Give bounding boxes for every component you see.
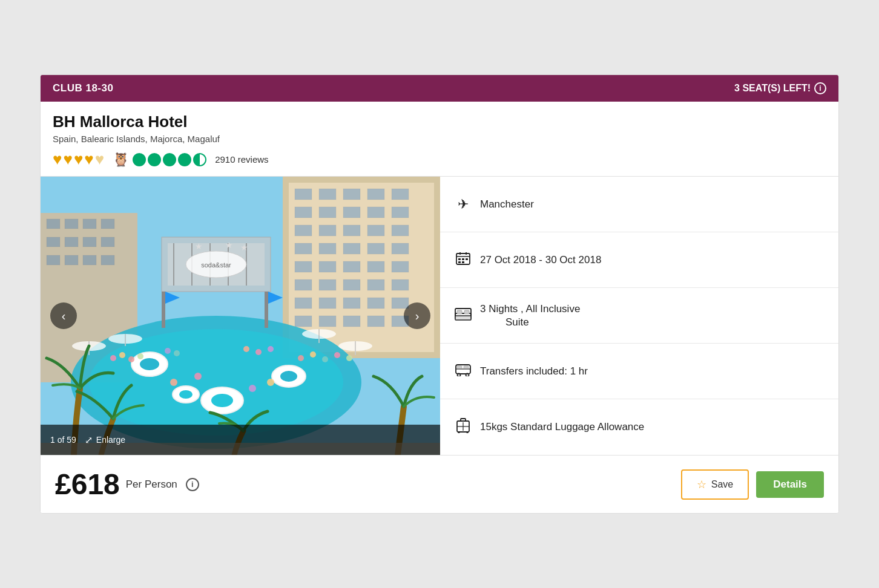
svg-rect-6: [367, 189, 384, 200]
svg-point-87: [119, 352, 125, 358]
svg-rect-15: [343, 225, 360, 236]
price-info-icon[interactable]: i: [186, 478, 199, 491]
hotel-name: BH Mallorca Hotel: [53, 113, 826, 131]
svg-rect-9: [319, 207, 336, 218]
svg-rect-14: [319, 225, 336, 236]
svg-rect-25: [343, 261, 360, 272]
svg-rect-121: [464, 310, 469, 314]
svg-rect-53: [65, 255, 78, 265]
svg-point-93: [255, 349, 262, 355]
svg-rect-39: [319, 316, 336, 327]
plane-icon: ✈: [455, 197, 472, 212]
svg-rect-117: [462, 261, 464, 263]
svg-rect-13: [295, 225, 312, 236]
seats-info-icon[interactable]: i: [814, 82, 826, 94]
enlarge-label: Enlarge: [96, 435, 125, 445]
svg-point-69: [89, 329, 343, 436]
save-label: Save: [711, 479, 733, 490]
ta-circle-1: [133, 153, 146, 166]
svg-rect-3: [295, 189, 312, 200]
svg-rect-125: [464, 366, 469, 368]
tripadvisor-section: 🦉: [113, 152, 206, 168]
svg-point-96: [310, 351, 316, 358]
image-overlay: 1 of 59 ⤢ Enlarge: [41, 425, 440, 455]
svg-point-88: [128, 356, 134, 362]
svg-rect-46: [83, 219, 96, 229]
svg-rect-38: [295, 316, 312, 327]
ta-circle-3: [163, 153, 176, 166]
transfers-text: Transfers included: 1 hr: [480, 364, 588, 379]
image-counter: 1 of 59: [50, 435, 76, 445]
heart-3: ♥: [74, 150, 83, 169]
hotel-location: Spain, Balearic Islands, Majorca, Magalu…: [53, 134, 826, 144]
svg-rect-54: [83, 255, 96, 265]
svg-text:soda&star: soda&star: [201, 261, 231, 269]
svg-rect-48: [47, 237, 60, 247]
svg-point-91: [174, 350, 180, 356]
details-section: ✈ Manchester: [440, 177, 838, 455]
bed-icon: [455, 307, 472, 324]
svg-point-75: [280, 371, 297, 382]
svg-rect-10: [343, 207, 360, 218]
svg-rect-21: [367, 243, 384, 254]
svg-rect-104: [162, 292, 165, 328]
luggage-icon: [455, 417, 472, 437]
svg-rect-47: [101, 219, 114, 229]
seats-info: 3 SEAT(S) LEFT! i: [734, 82, 826, 94]
star-icon: ☆: [697, 478, 706, 491]
svg-rect-8: [295, 207, 312, 218]
svg-point-92: [243, 346, 249, 352]
heart-2: ♥: [63, 150, 72, 169]
svg-point-77: [179, 390, 193, 399]
svg-point-103: [267, 379, 274, 386]
enlarge-icon: ⤢: [85, 434, 93, 446]
luggage-row: 15kgs Standard Luggage Allowance: [440, 399, 838, 455]
details-button[interactable]: Details: [756, 471, 824, 498]
svg-point-71: [140, 358, 159, 370]
svg-rect-30: [343, 279, 360, 290]
svg-rect-115: [466, 258, 468, 260]
nights-line1: 3 Nights , All Inclusive: [480, 303, 580, 315]
dates-text: 27 Oct 2018 - 30 Oct 2018: [480, 253, 601, 267]
tripadvisor-logo: 🦉: [113, 152, 129, 168]
dates-row: 27 Oct 2018 - 30 Oct 2018: [440, 232, 838, 288]
main-content: soda&star ★ ★ ★: [41, 177, 838, 456]
svg-rect-17: [392, 225, 409, 236]
details-label: Details: [773, 479, 807, 490]
save-button[interactable]: ☆ Save: [681, 469, 749, 500]
svg-rect-49: [65, 237, 78, 247]
calendar-icon: [455, 252, 472, 268]
svg-point-89: [137, 353, 143, 359]
image-prev-button[interactable]: ‹: [50, 302, 77, 329]
departure-row: ✈ Manchester: [440, 177, 838, 232]
footer-buttons: ☆ Save Details: [681, 469, 824, 500]
svg-rect-28: [295, 279, 312, 290]
bus-icon: [455, 363, 472, 380]
enlarge-button[interactable]: ⤢ Enlarge: [85, 434, 125, 446]
svg-point-86: [110, 355, 116, 361]
svg-rect-20: [343, 243, 360, 254]
hotel-image: soda&star ★ ★ ★: [41, 177, 440, 455]
nights-row: 3 Nights , All Inclusive Suite: [440, 288, 838, 344]
card-header: CLUB 18-30 3 SEAT(S) LEFT! i: [41, 75, 838, 102]
svg-point-98: [334, 352, 340, 358]
per-person-label: Per Person: [126, 479, 177, 491]
image-next-button[interactable]: ›: [404, 302, 430, 329]
svg-point-100: [170, 379, 177, 386]
svg-point-99: [346, 355, 352, 361]
svg-rect-40: [343, 316, 360, 327]
svg-rect-41: [367, 316, 384, 327]
svg-rect-24: [319, 261, 336, 272]
svg-rect-51: [101, 237, 114, 247]
brand-label: CLUB 18-30: [53, 82, 113, 94]
svg-rect-7: [392, 189, 409, 200]
heart-rating: ♥ ♥ ♥ ♥ ♥: [53, 150, 104, 169]
nights-board-text: 3 Nights , All Inclusive Suite: [480, 303, 580, 328]
svg-point-126: [458, 373, 461, 376]
departure-text: Manchester: [480, 197, 534, 212]
svg-rect-124: [457, 366, 462, 368]
svg-rect-29: [319, 279, 336, 290]
svg-rect-106: [265, 292, 268, 328]
svg-rect-26: [367, 261, 384, 272]
svg-rect-23: [295, 261, 312, 272]
